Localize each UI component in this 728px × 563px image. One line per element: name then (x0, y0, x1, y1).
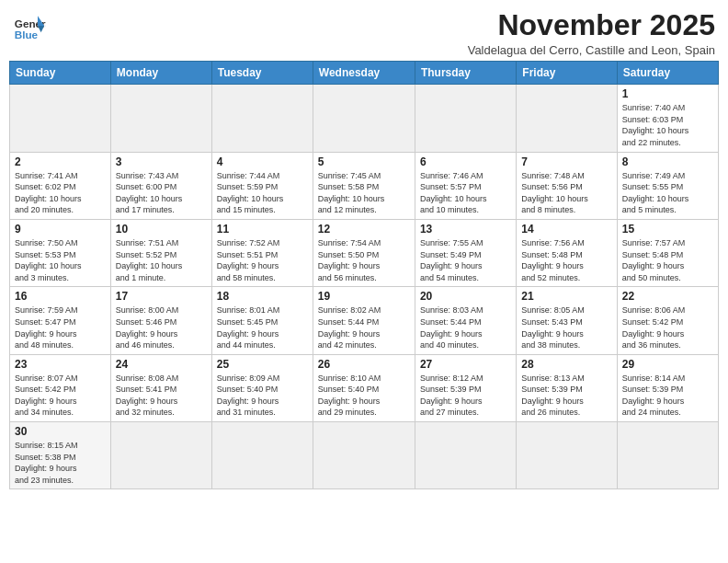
calendar-cell-25: 20Sunrise: 8:03 AM Sunset: 5:44 PM Dayli… (415, 287, 516, 354)
day-info: Sunrise: 8:06 AM Sunset: 5:42 PM Dayligh… (622, 304, 713, 350)
day-info: Sunrise: 8:13 AM Sunset: 5:39 PM Dayligh… (521, 373, 611, 419)
day-number: 5 (318, 155, 410, 168)
day-info: Sunrise: 8:10 AM Sunset: 5:40 PM Dayligh… (318, 373, 410, 419)
calendar-cell-23: 18Sunrise: 8:01 AM Sunset: 5:45 PM Dayli… (211, 287, 313, 354)
calendar-cell-33: 28Sunrise: 8:13 AM Sunset: 5:39 PM Dayli… (517, 354, 617, 421)
day-info: Sunrise: 7:55 AM Sunset: 5:49 PM Dayligh… (420, 237, 511, 283)
calendar-cell-41 (617, 422, 718, 489)
day-info: Sunrise: 7:57 AM Sunset: 5:48 PM Dayligh… (622, 237, 713, 283)
day-info: Sunrise: 8:01 AM Sunset: 5:45 PM Dayligh… (217, 304, 308, 350)
calendar-cell-24: 19Sunrise: 8:02 AM Sunset: 5:44 PM Dayli… (313, 287, 415, 354)
day-number: 4 (217, 155, 308, 168)
calendar-cell-11: 6Sunrise: 7:46 AM Sunset: 5:57 PM Daylig… (415, 152, 516, 219)
day-info: Sunrise: 8:03 AM Sunset: 5:44 PM Dayligh… (420, 304, 511, 350)
weekday-header-sunday: Sunday (10, 62, 111, 85)
calendar-cell-30: 25Sunrise: 8:09 AM Sunset: 5:40 PM Dayli… (211, 354, 313, 421)
day-info: Sunrise: 8:09 AM Sunset: 5:40 PM Dayligh… (217, 373, 308, 419)
calendar-cell-38 (313, 422, 415, 489)
day-info: Sunrise: 7:40 AM Sunset: 6:03 PM Dayligh… (622, 102, 713, 148)
weekday-header-friday: Friday (517, 62, 617, 85)
calendar-cell-19: 14Sunrise: 7:56 AM Sunset: 5:48 PM Dayli… (517, 219, 617, 286)
day-number: 28 (521, 358, 611, 371)
day-number: 22 (622, 290, 713, 303)
day-info: Sunrise: 7:44 AM Sunset: 5:59 PM Dayligh… (217, 170, 308, 216)
calendar-row-6: 30Sunrise: 8:15 AM Sunset: 5:38 PM Dayli… (10, 422, 719, 489)
calendar-cell-16: 11Sunrise: 7:52 AM Sunset: 5:51 PM Dayli… (211, 219, 313, 286)
weekday-header-wednesday: Wednesday (313, 62, 415, 85)
calendar-cell-18: 13Sunrise: 7:55 AM Sunset: 5:49 PM Dayli… (415, 219, 516, 286)
day-number: 24 (116, 358, 207, 371)
day-info: Sunrise: 8:00 AM Sunset: 5:46 PM Dayligh… (116, 304, 207, 350)
calendar-cell-26: 21Sunrise: 8:05 AM Sunset: 5:43 PM Dayli… (517, 287, 617, 354)
calendar-cell-39 (415, 422, 516, 489)
day-info: Sunrise: 7:51 AM Sunset: 5:52 PM Dayligh… (116, 237, 207, 283)
weekday-header-tuesday: Tuesday (211, 62, 313, 85)
day-number: 12 (318, 223, 410, 236)
day-number: 11 (217, 223, 308, 236)
day-info: Sunrise: 7:41 AM Sunset: 6:02 PM Dayligh… (15, 170, 106, 216)
day-number: 15 (622, 223, 713, 236)
weekday-header-monday: Monday (110, 62, 211, 85)
day-number: 18 (217, 290, 308, 303)
day-number: 10 (116, 223, 207, 236)
day-info: Sunrise: 7:48 AM Sunset: 5:56 PM Dayligh… (521, 170, 611, 216)
day-number: 17 (116, 290, 207, 303)
logo: General Blue (13, 9, 46, 42)
weekday-header-thursday: Thursday (415, 62, 516, 85)
day-number: 27 (420, 358, 511, 371)
day-number: 21 (521, 290, 611, 303)
day-number: 16 (15, 290, 106, 303)
weekday-header-saturday: Saturday (617, 62, 718, 85)
calendar-cell-13: 8Sunrise: 7:49 AM Sunset: 5:55 PM Daylig… (617, 152, 718, 219)
day-number: 20 (420, 290, 511, 303)
day-info: Sunrise: 7:59 AM Sunset: 5:47 PM Dayligh… (15, 304, 106, 350)
calendar-cell-40 (517, 422, 617, 489)
day-info: Sunrise: 7:43 AM Sunset: 6:00 PM Dayligh… (116, 170, 207, 216)
calendar-cell-9: 4Sunrise: 7:44 AM Sunset: 5:59 PM Daylig… (211, 152, 313, 219)
calendar-cell-2 (211, 85, 313, 152)
calendar-table: SundayMondayTuesdayWednesdayThursdayFrid… (9, 61, 719, 489)
svg-text:Blue: Blue (15, 29, 39, 40)
day-info: Sunrise: 8:05 AM Sunset: 5:43 PM Dayligh… (521, 304, 611, 350)
day-info: Sunrise: 8:08 AM Sunset: 5:41 PM Dayligh… (116, 373, 207, 419)
day-number: 30 (15, 425, 106, 438)
day-number: 9 (15, 223, 106, 236)
calendar-cell-8: 3Sunrise: 7:43 AM Sunset: 6:00 PM Daylig… (110, 152, 211, 219)
day-info: Sunrise: 8:12 AM Sunset: 5:39 PM Dayligh… (420, 373, 511, 419)
calendar-cell-4 (415, 85, 516, 152)
calendar-cell-1 (110, 85, 211, 152)
calendar-row-5: 23Sunrise: 8:07 AM Sunset: 5:42 PM Dayli… (10, 354, 719, 421)
day-info: Sunrise: 7:50 AM Sunset: 5:53 PM Dayligh… (15, 237, 106, 283)
day-number: 14 (521, 223, 611, 236)
calendar-cell-10: 5Sunrise: 7:45 AM Sunset: 5:58 PM Daylig… (313, 152, 415, 219)
day-number: 26 (318, 358, 410, 371)
calendar-cell-17: 12Sunrise: 7:54 AM Sunset: 5:50 PM Dayli… (313, 219, 415, 286)
day-number: 3 (116, 155, 207, 168)
logo-icon: General Blue (13, 9, 46, 42)
weekday-header-row: SundayMondayTuesdayWednesdayThursdayFrid… (10, 62, 719, 85)
calendar-cell-29: 24Sunrise: 8:08 AM Sunset: 5:41 PM Dayli… (110, 354, 211, 421)
day-number: 23 (15, 358, 106, 371)
calendar-row-3: 9Sunrise: 7:50 AM Sunset: 5:53 PM Daylig… (10, 219, 719, 286)
month-year: November 2025 (468, 9, 715, 41)
day-number: 25 (217, 358, 308, 371)
calendar-cell-32: 27Sunrise: 8:12 AM Sunset: 5:39 PM Dayli… (415, 354, 516, 421)
day-info: Sunrise: 8:15 AM Sunset: 5:38 PM Dayligh… (15, 440, 106, 486)
calendar-cell-15: 10Sunrise: 7:51 AM Sunset: 5:52 PM Dayli… (110, 219, 211, 286)
day-info: Sunrise: 7:54 AM Sunset: 5:50 PM Dayligh… (318, 237, 410, 283)
calendar-cell-37 (211, 422, 313, 489)
calendar-cell-22: 17Sunrise: 8:00 AM Sunset: 5:46 PM Dayli… (110, 287, 211, 354)
calendar-cell-7: 2Sunrise: 7:41 AM Sunset: 6:02 PM Daylig… (10, 152, 111, 219)
calendar-cell-21: 16Sunrise: 7:59 AM Sunset: 5:47 PM Dayli… (10, 287, 111, 354)
page-header: General Blue November 2025 Valdelagua de… (9, 9, 719, 57)
day-number: 1 (622, 87, 713, 100)
location: Valdelagua del Cerro, Castille and Leon,… (468, 43, 715, 57)
calendar-cell-14: 9Sunrise: 7:50 AM Sunset: 5:53 PM Daylig… (10, 219, 111, 286)
day-info: Sunrise: 8:02 AM Sunset: 5:44 PM Dayligh… (318, 304, 410, 350)
day-number: 8 (622, 155, 713, 168)
day-number: 7 (521, 155, 611, 168)
calendar-cell-34: 29Sunrise: 8:14 AM Sunset: 5:39 PM Dayli… (617, 354, 718, 421)
day-info: Sunrise: 8:14 AM Sunset: 5:39 PM Dayligh… (622, 373, 713, 419)
calendar-cell-31: 26Sunrise: 8:10 AM Sunset: 5:40 PM Dayli… (313, 354, 415, 421)
day-number: 2 (15, 155, 106, 168)
